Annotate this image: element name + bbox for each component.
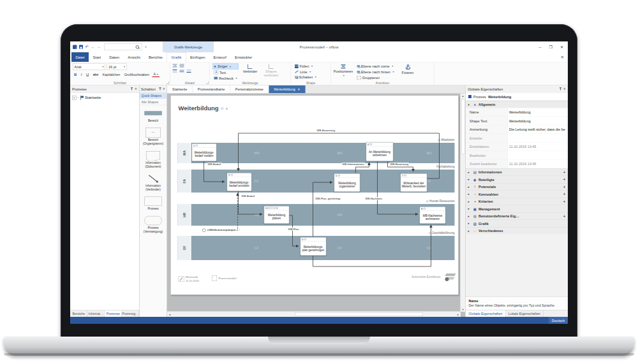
vertical-scrollbar[interactable]: ▲ ▼ [461,94,466,312]
chevron-icon[interactable]: ▸ [468,186,471,189]
property-value[interactable]: 11.10.2019 13:45 [507,143,568,151]
maximize-button[interactable]: ❐ [549,45,553,49]
linie-button[interactable]: Linie [293,69,329,75]
save-icon[interactable] [79,45,83,49]
edge-label-wb-plan-genehmigt[interactable]: WB-Plan, genehmigt [315,197,341,200]
process-box-8[interactable]: 8WB-Nachweise archivieren [420,207,446,224]
add-icon[interactable]: + [563,177,565,182]
property-value[interactable]: Weiterbildung [507,117,568,125]
section-verschiedenes[interactable]: ▸⋯Verschiedenes [466,227,568,235]
chevron-icon[interactable]: ▸ [468,229,471,233]
scroll-up-icon[interactable]: ▲ [461,94,465,98]
stencil-shape-bereich-organigramm[interactable]: Bereich (Organigramm) [140,127,167,145]
add-icon[interactable]: + [563,199,565,204]
connector-box3-box4[interactable] [289,215,299,246]
scroll-right-icon[interactable]: ► [456,312,461,317]
close-document-button[interactable]: ✕ [557,52,568,62]
doc-tab-weiterbildung[interactable]: Weiterbildung✕ [269,85,306,93]
close-icon[interactable]: ✕ [163,87,165,91]
app-icon[interactable] [73,45,77,49]
process-box-3[interactable]: 3Weiterbildung planen [264,206,290,224]
ribbon-tab-daten[interactable]: Daten [105,52,124,62]
pin-icon[interactable] [559,87,561,91]
ebene-nach-vorne-button[interactable]: Ebene nach vorne [355,64,396,69]
section-kennzahlen[interactable]: ▸◔Kennzahlen+ [466,191,568,198]
scroll-left-icon[interactable]: ◄ [167,312,172,317]
process-box-1[interactable]: 1Weiterbildungs- bedarf melden [192,143,217,161]
add-icon[interactable]: + [563,184,565,189]
stencil-view-quick-shapes[interactable]: Quick-Shapes [140,93,167,99]
small-caps-button[interactable]: Kapitälchen [101,72,121,76]
property-value[interactable] [507,134,568,142]
dialog-launcher-icon[interactable] [166,82,169,85]
left-tab-prozesse[interactable]: Prozesse [105,310,122,317]
ribbon-tab-entwickler[interactable]: Entwickler [230,52,256,62]
edge-label-wb-bedarf[interactable]: WB-Bedarf [207,163,222,166]
zeiger-tool-button[interactable]: Zeiger [212,64,239,69]
ribbon-tab-entwurf[interactable]: Entwurf [209,52,230,62]
search-icon[interactable] [135,45,139,49]
stencil-shape-information-dokument[interactable]: Information (Dokument) [140,150,167,168]
close-icon[interactable]: ✕ [563,87,566,91]
edge-label-wb-nachweis[interactable]: WB-Nachweis [365,197,383,200]
process-box-4[interactable]: 4Weiterbildungs- plan genehmigen [300,237,327,256]
property-value[interactable]: Die Leitung stellt sicher, dass die be [507,126,568,134]
properties-tab-lokale-eigenschaften[interactable]: Lokale Eigenschaften [505,310,544,317]
section-grafik[interactable]: ▸▨Grafik [466,220,568,228]
section-allgemein[interactable]: ▾≡Allgemein [466,101,568,108]
property-value[interactable] [507,151,568,159]
process-box-7[interactable]: 7Wirksamkeit der Weiterb. beurteilen [401,173,427,192]
edge-label-wb-bewertung[interactable]: WB-Bewertung [316,129,336,132]
fuellen-button[interactable]: Füllen [293,64,329,69]
align-left-icon[interactable] [173,64,177,68]
dialog-launcher-icon[interactable] [206,82,209,85]
underline-button[interactable]: U [85,72,90,77]
all-caps-button[interactable]: Großbuchstaben [123,72,151,76]
doc-tab-startseite[interactable]: Startseite [167,85,193,93]
chevron-icon[interactable]: ▸ [468,207,471,210]
doc-tab-personalprozesse[interactable]: Personalprozesse [230,85,269,93]
chevron-icon[interactable]: ▾ [468,103,471,106]
contextual-tab-header[interactable]: Grafik-Werkzeuge [163,41,214,52]
section-management[interactable]: ▸▣Management [466,205,568,213]
font-color-button[interactable]: A [152,71,160,77]
edge-label-wb-plan[interactable]: WB-Plan [288,228,300,231]
fixieren-button[interactable]: Fixieren [398,64,417,81]
verbinder-tool-button[interactable]: Verbinder [241,64,260,81]
close-button[interactable]: ✕ [560,45,563,49]
ribbon-tab-einf-gen[interactable]: Einfügen [186,52,209,62]
valign-bottom-icon[interactable] [187,69,191,73]
search-options-dropdown[interactable] [144,45,147,48]
search-input[interactable] [104,43,142,50]
annotation-circle[interactable] [202,229,206,233]
bold-button[interactable]: B [73,72,78,77]
add-icon[interactable]: + [563,170,565,175]
edge-label-wb-informationen[interactable]: WB-Informationen [342,163,365,166]
text-tool-button[interactable]: AText [212,69,239,75]
ribbon-tab-datei[interactable]: Datei [71,52,89,62]
connector-box4-box8-loop[interactable] [313,225,431,266]
rechteck-tool-button[interactable]: Rechteck [212,75,239,80]
chevron-icon[interactable]: ▸ [468,171,471,174]
connector-box7-box2-feedback[interactable] [239,133,440,178]
connector-box4-box5[interactable] [313,182,332,237]
tree-expander-icon[interactable]: + [72,96,77,100]
tree-item-startseite[interactable]: +Startseite [72,96,137,100]
doc-tab-prozesslandkarte[interactable]: Prozesslandkarte [193,85,230,93]
schatten-button[interactable]: Schatten [293,75,329,80]
pin-icon[interactable] [130,87,133,91]
chevron-icon[interactable]: ▸ [468,193,471,196]
add-icon[interactable]: + [563,192,565,197]
section-benutzerdefinierte-eig[interactable]: ▸▦Benutzerdefinierte Eig…+ [466,212,568,220]
ebene-nach-hinten-button[interactable]: Ebene nach hinten [355,69,396,75]
property-value[interactable]: Weiterbildung [507,108,568,117]
valign-middle-icon[interactable] [180,69,184,73]
stencil-shape-bereich[interactable]: Bereich [140,108,167,122]
chevron-icon[interactable]: ▸ [468,200,471,203]
align-center-icon[interactable] [180,64,184,68]
stencil-view-alle-shapes[interactable]: Alle Shapes [140,99,167,105]
chevron-icon[interactable]: ▸ [468,215,471,218]
left-tab-informat[interactable]: Informat… [87,310,105,317]
back-icon[interactable]: ← [91,45,94,49]
ribbon-tab-grafik[interactable]: Grafik [167,52,186,62]
